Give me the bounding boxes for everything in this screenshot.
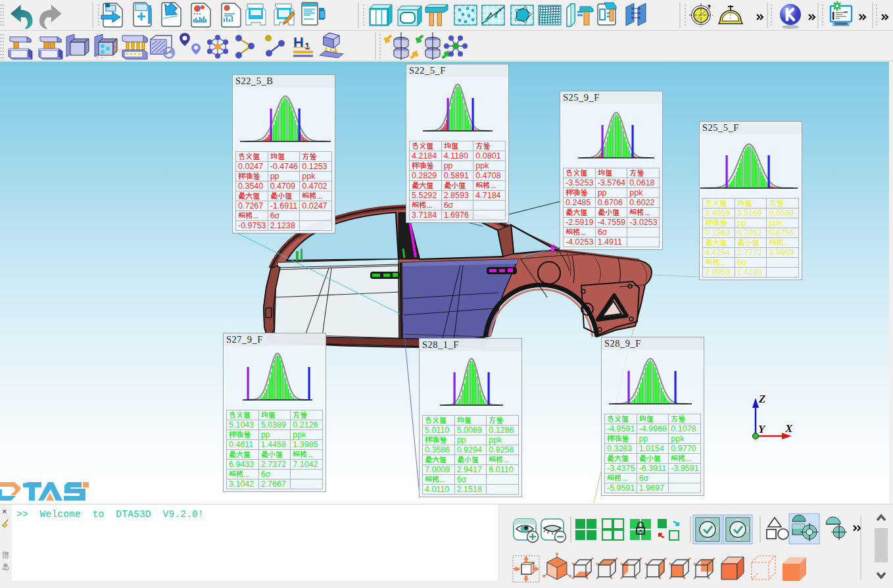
- svg-text:H: H: [293, 34, 304, 51]
- svg-text:1: 1: [304, 40, 310, 51]
- svg-text:Y: Y: [758, 423, 766, 435]
- svg-text:X: X: [784, 422, 793, 435]
- svg-text:Z: Z: [758, 393, 765, 405]
